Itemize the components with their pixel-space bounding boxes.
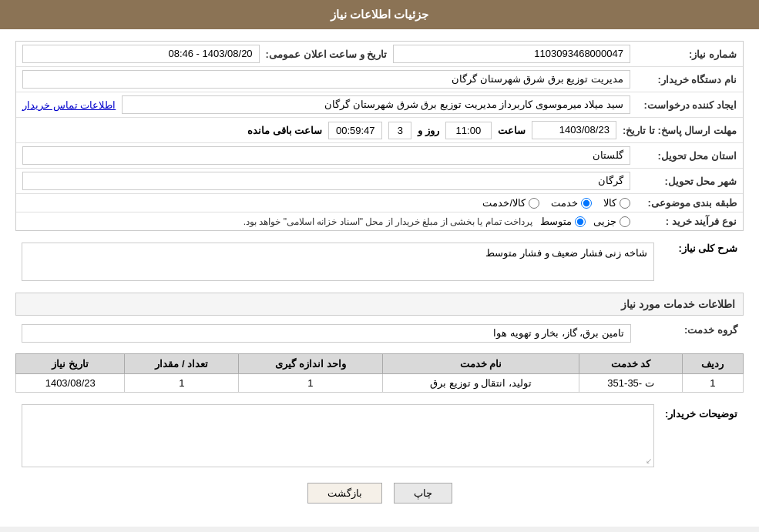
province-value: گلستان	[22, 146, 630, 165]
announcement-value: 1403/08/20 - 08:46	[22, 45, 260, 63]
col-quantity: تعداد / مقدار	[125, 354, 239, 374]
category-kala-label: کالا	[603, 197, 616, 209]
table-cell-5: 1403/08/23	[16, 374, 125, 393]
buttons-row: چاپ بازگشت	[15, 483, 744, 504]
table-cell-1: ت -35-351	[579, 374, 682, 393]
page-title: جزئیات اطلاعات نیاز	[331, 8, 428, 21]
creator-row: ایجاد کننده درخواست: سید میلاد میرموسوی …	[16, 92, 743, 118]
deadline-time: 11:00	[445, 122, 492, 139]
col-row-num: ردیف	[682, 354, 743, 374]
need-number-label: شماره نیاز:	[636, 49, 737, 60]
buyer-notes-box: ↙	[22, 404, 654, 467]
category-kala-khadamat-label: کالا/خدمت	[482, 197, 526, 209]
table-cell-0: 1	[682, 374, 743, 393]
category-kala-item: کالا	[603, 197, 630, 209]
table-cell-3: 1	[239, 374, 382, 393]
category-radio-group: کالا خدمت کالا/خدمت	[482, 197, 630, 209]
table-row: 1ت -35-351تولید، انتقال و توزیع برق11140…	[16, 374, 744, 393]
city-value: گرگان	[22, 172, 630, 190]
table-cell-4: 1	[125, 374, 239, 393]
deadline-remaining-label: ساعت باقی مانده	[247, 125, 322, 136]
purchase-type-row: نوع فرآیند خرید : جزیی متوسط پرداخت تمام…	[16, 212, 743, 230]
category-khadamat-radio[interactable]	[581, 198, 592, 209]
info-section: شماره نیاز: 1103093468000047 تاریخ و ساع…	[15, 41, 744, 231]
services-table: ردیف کد خدمت نام خدمت واحد اندازه گیری ت…	[15, 353, 744, 393]
purchase-motavaset-label: متوسط	[540, 216, 572, 227]
category-row: طبقه بندی موضوعی: کالا خدمت کالا/خدمت	[16, 194, 743, 212]
watermark-area: ↙	[22, 405, 653, 467]
category-label: طبقه بندی موضوعی:	[636, 197, 737, 209]
city-label: شهر محل تحویل:	[636, 176, 737, 187]
content-area: شماره نیاز: 1103093468000047 تاریخ و ساع…	[0, 29, 759, 527]
purchase-motavaset-radio[interactable]	[575, 216, 586, 227]
buyer-label: نام دستگاه خریدار:	[636, 74, 737, 85]
col-service-name: نام خدمت	[382, 354, 579, 374]
purchase-type-group: جزیی متوسط پرداخت تمام یا بخشی از مبلغ خ…	[22, 216, 630, 227]
category-kala-khadamat-radio[interactable]	[529, 198, 539, 209]
purchase-type-label: نوع فرآیند خرید :	[636, 216, 737, 227]
general-desc-label: شرح کلی نیاز:	[660, 243, 737, 254]
page-header: جزئیات اطلاعات نیاز	[0, 0, 759, 29]
general-desc-box: شاخه زنی فشار ضعیف و فشار متوسط	[22, 243, 654, 281]
deadline-remaining: 00:59:47	[328, 122, 382, 139]
purchase-jozvi-radio[interactable]	[620, 216, 630, 227]
table-cell-2: تولید، انتقال و توزیع برق	[382, 374, 579, 393]
deadline-label: مهلت ارسال پاسخ: تا تاریخ:	[623, 125, 737, 136]
buyer-row: نام دستگاه خریدار: مدیریت توزیع برق شرق …	[16, 67, 743, 92]
back-button[interactable]: بازگشت	[307, 483, 382, 504]
deadline-date: 1403/08/23	[532, 121, 616, 139]
purchase-jozvi-label: جزیی	[593, 216, 616, 227]
service-group-label: گروه خدمت:	[637, 324, 737, 336]
purchase-jozvi-item: جزیی	[593, 216, 630, 227]
purchase-note: پرداخت تمام یا بخشی از مبلغ خریدار از مح…	[243, 216, 532, 227]
province-label: استان محل تحویل:	[636, 150, 737, 162]
service-group-value: تامین برق، گاز، بخار و تهویه هوا	[22, 324, 631, 343]
col-unit: واحد اندازه گیری	[239, 354, 382, 374]
deadline-days: 3	[388, 122, 411, 139]
province-row: استان محل تحویل: گلستان	[16, 143, 743, 169]
table-header-row: ردیف کد خدمت نام خدمت واحد اندازه گیری ت…	[16, 354, 744, 374]
shreh-row: شرح کلی نیاز: شاخه زنی فشار ضعیف و فشار …	[15, 239, 744, 285]
deadline-time-label: ساعت	[498, 125, 526, 136]
deadline-days-label: روز و	[418, 125, 439, 136]
buyer-notes-label: توضیحات خریدار:	[660, 404, 737, 420]
need-number-row: شماره نیاز: 1103093468000047 تاریخ و ساع…	[16, 42, 743, 67]
col-date: تاریخ نیاز	[16, 354, 125, 374]
buyer-value: مدیریت توزیع برق شرق شهرستان گرگان	[22, 70, 630, 89]
buyer-notes-section: توضیحات خریدار: ↙	[15, 400, 744, 471]
need-number-value: 1103093468000047	[393, 45, 630, 63]
page-wrapper: جزئیات اطلاعات نیاز شماره نیاز: 11030934…	[0, 0, 759, 527]
category-kala-radio[interactable]	[620, 198, 630, 209]
category-khadamat-label: خدمت	[551, 197, 578, 209]
category-kala-khadamat-item: کالا/خدمت	[482, 197, 539, 209]
category-khadamat-item: خدمت	[551, 197, 592, 209]
col-service-code: کد خدمت	[579, 354, 682, 374]
city-row: شهر محل تحویل: گرگان	[16, 169, 743, 194]
service-group-row: گروه خدمت: تامین برق، گاز، بخار و تهویه …	[15, 320, 744, 347]
creator-label: ایجاد کننده درخواست:	[636, 99, 737, 111]
creator-name: سید میلاد میرموسوی کاربرداز مدیریت توزیع…	[122, 95, 630, 114]
purchase-motavaset-item: متوسط	[540, 216, 586, 227]
deadline-row: مهلت ارسال پاسخ: تا تاریخ: 1403/08/23 سا…	[16, 118, 743, 143]
services-header: اطلاعات خدمات مورد نیاز	[15, 293, 744, 316]
print-button[interactable]: چاپ	[394, 483, 452, 504]
creator-link[interactable]: اطلاعات تماس خریدار	[22, 99, 116, 111]
announcement-label: تاریخ و ساعت اعلان عمومی:	[266, 49, 388, 60]
resize-handle: ↙	[646, 457, 652, 465]
general-desc-value: شاخه زنی فشار ضعیف و فشار متوسط	[485, 247, 647, 259]
